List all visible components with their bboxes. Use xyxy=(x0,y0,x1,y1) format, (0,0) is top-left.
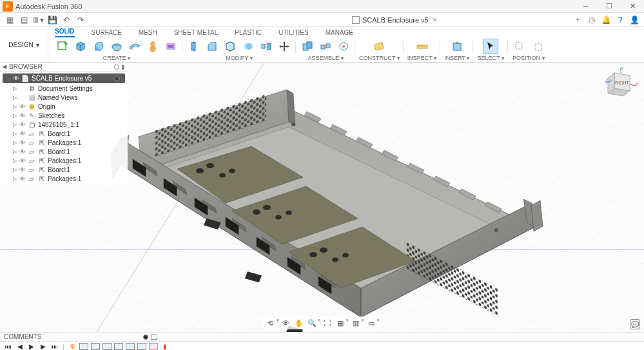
select-icon[interactable] xyxy=(483,39,498,54)
combine-icon[interactable] xyxy=(240,39,256,54)
svg-rect-7 xyxy=(191,43,195,50)
timeline-feature[interactable] xyxy=(114,343,123,350)
svg-rect-14 xyxy=(307,42,312,48)
feedback-icon[interactable]: 💬 xyxy=(630,319,640,329)
extrude-icon[interactable] xyxy=(91,39,106,54)
timeline-settings-icon[interactable]: ⚙ xyxy=(68,343,77,351)
insert-icon[interactable] xyxy=(449,39,465,54)
tree-item[interactable]: ▷👁▱⇱Packages:1 xyxy=(0,156,128,165)
tree-root[interactable]: ◢ 👁 📄 SCALB Enclosure v5 xyxy=(3,73,125,83)
svg-point-53 xyxy=(291,122,295,126)
notifications-icon[interactable]: 🔔 xyxy=(599,14,613,26)
workspace-selector[interactable]: DESIGN▾ xyxy=(0,27,48,62)
tab-close-icon[interactable]: × xyxy=(433,15,438,24)
new-tab-icon[interactable]: ＋ xyxy=(571,14,585,26)
tab-solid[interactable]: SOLID xyxy=(55,28,75,37)
svg-rect-26 xyxy=(516,43,522,49)
box-icon[interactable] xyxy=(73,39,88,54)
tree-item[interactable]: ▷👁⬢Origin xyxy=(0,102,128,111)
tree-item[interactable]: ▷👁▱⇱Packages:1 xyxy=(0,174,128,183)
tab-surface[interactable]: SURFACE xyxy=(92,29,122,37)
tree-item[interactable]: ▷👁▱⇱Board:1 xyxy=(0,147,128,156)
tree-item[interactable]: ▷⚙Document Settings xyxy=(0,84,128,93)
apps-icon[interactable]: ▦ xyxy=(3,14,17,26)
tab-mesh[interactable]: MESH xyxy=(139,29,157,37)
timeline-forward-icon[interactable]: ▶ xyxy=(39,343,48,351)
tree-item[interactable]: ▷👁▱⇱Board:1 xyxy=(0,129,128,138)
orbit-icon[interactable]: ⟲ xyxy=(265,318,277,328)
svg-point-4 xyxy=(150,46,156,52)
minimize-button[interactable]: ─ xyxy=(574,0,598,13)
emboss-icon[interactable] xyxy=(163,39,179,54)
tree-item[interactable]: ▷▤Named Views xyxy=(0,93,128,102)
tree-item[interactable]: ▷👁▱⇱Board:1 xyxy=(0,165,128,174)
tab-plastic[interactable]: PLASTIC xyxy=(235,29,262,37)
browser-expand-icon[interactable]: ▮ xyxy=(121,63,125,70)
comments-expand-icon[interactable] xyxy=(151,335,157,340)
align-icon[interactable] xyxy=(259,39,274,54)
file-menu[interactable]: 🗎▾ xyxy=(31,14,45,26)
browser-settings-icon[interactable] xyxy=(114,64,119,70)
comments-bar[interactable]: COMMENTS xyxy=(0,332,644,341)
loft-icon[interactable] xyxy=(145,39,161,54)
move-icon[interactable] xyxy=(277,39,292,54)
redo-icon[interactable]: ↷ xyxy=(73,14,88,26)
fit-icon[interactable]: ⛶ xyxy=(322,318,333,328)
close-button[interactable]: ✕ xyxy=(621,0,644,13)
grid-settings-icon[interactable]: ▥ xyxy=(350,318,362,328)
active-component-radio[interactable] xyxy=(113,75,120,82)
tab-sheet-metal[interactable]: SHEET METAL xyxy=(174,29,219,37)
tree-item[interactable]: ▷👁▱⇱Packages:1 xyxy=(0,138,128,147)
revolve-icon[interactable] xyxy=(109,39,124,54)
extensions-icon[interactable]: ◷ xyxy=(585,14,599,26)
shell-icon[interactable] xyxy=(222,39,238,54)
fillet-icon[interactable] xyxy=(204,39,220,54)
maximize-button[interactable]: ☐ xyxy=(598,0,621,13)
svg-point-54 xyxy=(494,228,498,232)
tab-utilities[interactable]: UTILITIES xyxy=(278,29,309,37)
timeline-feature[interactable] xyxy=(91,343,100,350)
timeline-start-icon[interactable]: ⏮ xyxy=(4,343,13,351)
timeline-feature[interactable] xyxy=(149,343,158,350)
timeline-feature[interactable] xyxy=(137,343,146,350)
look-at-icon[interactable]: 👁 xyxy=(280,318,292,328)
timeline-back-icon[interactable]: ◀ xyxy=(15,343,24,351)
svg-point-9 xyxy=(246,43,253,50)
timeline-play-icon[interactable]: ▶ xyxy=(27,343,36,351)
sketch-icon[interactable] xyxy=(55,39,70,54)
tree-item[interactable]: ▷👁▢14826105_1:1 xyxy=(0,120,128,129)
undo-icon[interactable]: ↶ xyxy=(59,14,73,26)
plane-icon[interactable] xyxy=(371,39,387,54)
viewport-layout-icon[interactable]: ▭ xyxy=(366,318,377,328)
timeline-feature[interactable] xyxy=(126,343,135,350)
chevron-left-icon[interactable]: ◀ xyxy=(3,64,6,70)
viewcube[interactable]: RIGHT X Y Z xyxy=(603,66,639,102)
browser-header[interactable]: ◀ BROWSER ▮ xyxy=(0,63,128,72)
display-settings-icon[interactable]: ▦ xyxy=(335,318,346,328)
new-component-icon[interactable] xyxy=(300,39,315,54)
browser-tree: ◢ 👁 📄 SCALB Enclosure v5 ▷⚙Document Sett… xyxy=(0,72,128,184)
svg-rect-10 xyxy=(262,44,265,48)
joint-origin-icon[interactable] xyxy=(336,39,351,54)
timeline-end-icon[interactable]: ⏭ xyxy=(50,343,59,351)
comments-toggle-icon[interactable] xyxy=(143,335,148,340)
press-pull-icon[interactable] xyxy=(186,39,202,54)
position-revert-icon[interactable] xyxy=(530,39,545,54)
zoom-icon[interactable]: 🔍 xyxy=(306,318,318,328)
save-icon[interactable]: 💾 xyxy=(45,14,59,26)
position-capture-icon[interactable] xyxy=(512,39,527,54)
tree-item[interactable]: ▷👁✎Sketches xyxy=(0,111,128,120)
measure-icon[interactable] xyxy=(415,39,430,54)
titlebar: F Autodesk Fusion 360 ─ ☐ ✕ xyxy=(0,0,644,13)
data-panel-icon[interactable]: ▤ xyxy=(17,14,31,26)
joint-icon[interactable] xyxy=(318,39,333,54)
help-icon[interactable]: ? xyxy=(613,14,627,26)
tab-manage[interactable]: MANAGE xyxy=(326,29,353,37)
user-icon[interactable]: 👤 xyxy=(627,14,641,26)
timeline-marker[interactable]: ▮ xyxy=(161,343,170,351)
pan-icon[interactable]: ✋ xyxy=(293,318,305,328)
timeline-feature[interactable] xyxy=(79,343,88,350)
timeline-feature[interactable] xyxy=(102,343,112,350)
document-tab[interactable]: SCALB Enclosure v5 xyxy=(352,16,429,24)
sweep-icon[interactable] xyxy=(127,39,142,54)
